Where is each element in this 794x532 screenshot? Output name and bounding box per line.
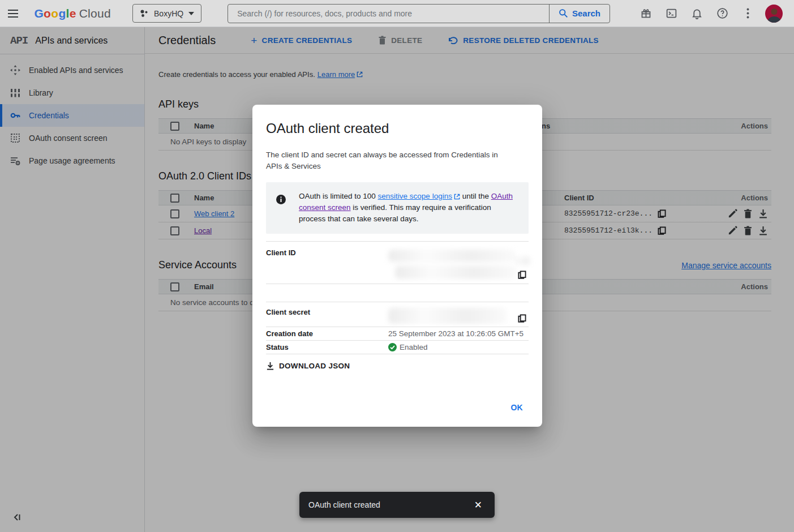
sidebar-item-enabled-apis[interactable]: Enabled APIs and services: [0, 59, 144, 81]
restore-deleted-credentials-button[interactable]: RESTORE DELETED CREDENTIALS: [448, 36, 599, 45]
menu-button[interactable]: [0, 0, 26, 27]
select-all-checkbox[interactable]: [170, 194, 179, 203]
ok-button[interactable]: OK: [506, 400, 527, 415]
notice-mid: until the: [460, 192, 491, 200]
project-icon: [140, 9, 149, 18]
client-secret-value-redacted: [388, 308, 529, 327]
delete-icon[interactable]: [743, 209, 753, 218]
trash-icon: [378, 36, 387, 45]
search-button[interactable]: Search: [549, 5, 610, 23]
delete-label: DELETE: [391, 36, 422, 45]
notifications-button[interactable]: [690, 7, 703, 20]
sidebar-item-credentials[interactable]: Credentials: [0, 104, 144, 127]
search-button-label: Search: [572, 8, 600, 18]
more-options-button[interactable]: [741, 7, 754, 20]
service-accounts-heading: Service Accounts: [158, 259, 237, 271]
sidebar-item-label: OAuth consent screen: [29, 134, 108, 143]
avatar[interactable]: [765, 5, 783, 23]
learn-more-link[interactable]: Learn more: [317, 70, 363, 79]
restore-label: RESTORE DELETED CREDENTIALS: [463, 36, 599, 45]
edit-icon[interactable]: [728, 209, 737, 218]
external-link-icon: [454, 194, 460, 200]
plus-icon: +: [251, 35, 257, 46]
agreements-icon: [10, 156, 20, 166]
search-input[interactable]: [228, 5, 549, 23]
sidebar: API APIs and services Enabled APIs and s…: [0, 27, 145, 532]
status-text: Enabled: [400, 343, 428, 351]
client-id-value-redacted: [388, 248, 529, 284]
cloud-shell-button[interactable]: [665, 7, 677, 20]
create-credentials-button[interactable]: + CREATE CREDENTIALS: [251, 35, 352, 46]
client-name-link[interactable]: Web client 2: [194, 209, 234, 218]
copy-icon[interactable]: [658, 209, 666, 218]
row-checkbox[interactable]: [170, 209, 179, 218]
status-row: Status Enabled: [266, 341, 529, 354]
select-all-checkbox[interactable]: [170, 122, 179, 131]
google-logo-word: Google: [34, 7, 76, 20]
sidebar-item-page-usage[interactable]: Page usage agreements: [0, 149, 144, 172]
consent-screen-icon: [10, 133, 20, 143]
client-id-row: Client ID: [266, 242, 529, 284]
delete-icon[interactable]: [743, 226, 753, 235]
header-checkbox-cell: [158, 122, 194, 131]
notice-text: OAuth is limited to 100 sensitive scope …: [299, 191, 513, 225]
status-value: Enabled: [388, 343, 428, 351]
bell-icon: [691, 7, 703, 19]
sidebar-nav: Enabled APIs and services Library Creden…: [0, 54, 144, 172]
select-all-checkbox[interactable]: [170, 282, 179, 291]
search-bar: Search: [228, 4, 610, 23]
manage-service-accounts-link[interactable]: Manage service accounts: [681, 261, 771, 270]
intro-text: Create credentials to access your enable…: [158, 70, 771, 79]
header-checkbox-cell: [158, 194, 194, 203]
collapse-sidebar-button[interactable]: [12, 513, 24, 524]
page-title: Credentials: [158, 34, 216, 47]
cloud-shell-icon: [666, 7, 677, 19]
actions-column-header: Actions: [741, 282, 771, 291]
info-icon: [276, 195, 286, 204]
creation-date-label: Creation date: [266, 329, 388, 338]
project-selector[interactable]: BoxyHQ: [132, 4, 201, 23]
dialog-subtitle: The client ID and secret can always be a…: [266, 149, 514, 172]
help-button[interactable]: [716, 7, 728, 20]
help-icon: [716, 7, 728, 19]
oauth-client-created-dialog: OAuth client created The client ID and s…: [252, 105, 542, 427]
gift-icon: [640, 7, 652, 19]
copy-icon[interactable]: [658, 226, 666, 235]
download-icon[interactable]: [758, 226, 768, 235]
status-label: Status: [266, 343, 388, 351]
search-icon: [559, 8, 568, 18]
google-cloud-logo[interactable]: Google Cloud: [34, 7, 111, 20]
sensitive-scope-logins-link[interactable]: sensitive scope logins: [378, 191, 460, 202]
download-icon[interactable]: [758, 209, 768, 218]
page-header: Credentials + CREATE CREDENTIALS DELETE …: [145, 27, 794, 54]
delete-button[interactable]: DELETE: [378, 36, 422, 45]
copy-client-id-icon[interactable]: [518, 271, 526, 279]
snackbar-close-icon[interactable]: ✕: [471, 497, 486, 513]
copy-client-secret-icon[interactable]: [518, 314, 526, 323]
sidebar-item-label: Enabled APIs and services: [29, 66, 123, 75]
download-json-button[interactable]: DOWNLOAD JSON: [266, 362, 350, 370]
row-actions: [728, 226, 771, 235]
edit-icon[interactable]: [728, 226, 737, 235]
row-checkbox-cell: [158, 209, 194, 218]
topbar: Google Cloud BoxyHQ Search: [0, 0, 794, 27]
gift-button[interactable]: [640, 7, 652, 20]
row-checkbox[interactable]: [170, 226, 179, 235]
topbar-icons: [640, 7, 754, 20]
intro-sentence: Create credentials to access your enable…: [158, 70, 315, 79]
sidebar-item-label: Credentials: [29, 111, 69, 120]
oauth-limit-notice: OAuth is limited to 100 sensitive scope …: [266, 182, 529, 234]
collapse-nav-icon: [12, 513, 22, 522]
client-id-column-header: Client ID: [564, 194, 594, 202]
undo-icon: [448, 36, 458, 44]
row-checkbox-cell: [158, 226, 194, 235]
hamburger-icon: [7, 8, 19, 19]
sidebar-item-library[interactable]: Library: [0, 81, 144, 104]
sidebar-item-label: Page usage agreements: [29, 156, 115, 165]
client-name-link[interactable]: Local: [194, 226, 212, 235]
external-link-icon: [357, 71, 363, 78]
sidebar-item-oauth-consent[interactable]: OAuth consent screen: [0, 127, 144, 149]
google-logo-cloud: Cloud: [79, 7, 111, 20]
client-secret-label: Client secret: [266, 308, 388, 327]
dialog-title: OAuth client created: [266, 121, 529, 136]
